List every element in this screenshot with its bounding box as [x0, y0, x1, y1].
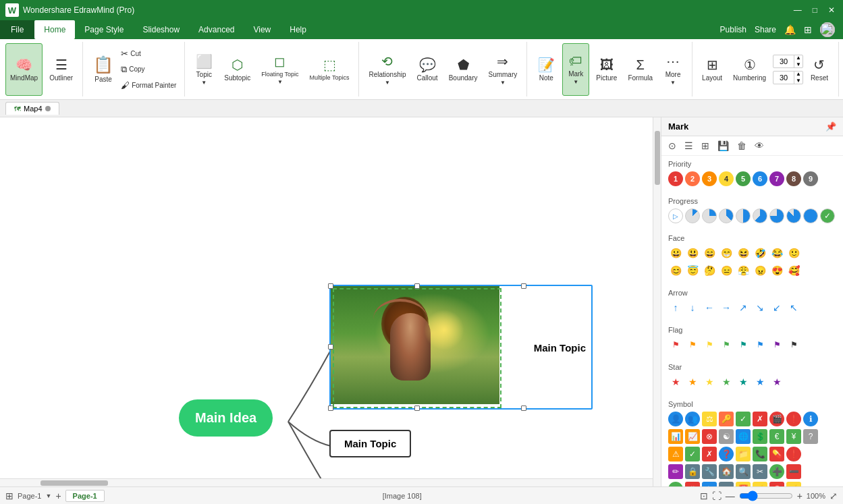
panel-lasso-button[interactable]: ⊙ — [665, 139, 679, 152]
sym-9[interactable]: ℹ — [803, 412, 818, 426]
fit-page-button[interactable]: ⊡ — [700, 491, 708, 501]
canvas[interactable]: Main Idea Main Topic — [0, 117, 661, 486]
horizontal-scrollbar[interactable] — [0, 478, 653, 486]
sym-32[interactable]: ✂ — [753, 464, 767, 479]
sym-1[interactable]: 👤 — [668, 412, 683, 426]
sym-27[interactable]: ✏ — [668, 464, 683, 479]
scrollbar-thumb[interactable] — [655, 131, 660, 185]
menu-file[interactable]: File — [0, 20, 34, 39]
restore-button[interactable]: □ — [810, 5, 820, 15]
topic-button[interactable]: ⬜ Topic ▼ — [190, 43, 217, 96]
note-button[interactable]: 📝 Note — [533, 43, 560, 96]
panel-list-button[interactable]: ☰ — [682, 139, 696, 152]
face-12[interactable]: 😑 — [719, 263, 734, 278]
h-scrollbar-thumb[interactable] — [40, 480, 108, 486]
progress-3[interactable] — [719, 208, 734, 223]
progress-1[interactable] — [685, 208, 700, 223]
progress-4[interactable] — [736, 208, 751, 223]
progress-2[interactable] — [702, 208, 717, 223]
vertical-scrollbar[interactable] — [653, 117, 661, 486]
notification-icon[interactable]: 🔔 — [784, 24, 796, 35]
progress-7[interactable] — [786, 208, 801, 223]
face-2[interactable]: 😃 — [685, 246, 700, 260]
menu-view[interactable]: View — [244, 20, 280, 39]
summary-button[interactable]: ⇒ Summary ▼ — [484, 43, 521, 96]
sym-5[interactable]: ✓ — [736, 412, 751, 426]
sym-30[interactable]: 🏠 — [719, 464, 734, 479]
sym-11[interactable]: 📈 — [685, 429, 700, 444]
star-orange[interactable]: ★ — [685, 374, 700, 389]
priority-5[interactable]: 5 — [736, 171, 751, 186]
picture-button[interactable]: 🖼 Picture — [592, 43, 621, 96]
progress-8[interactable] — [803, 208, 818, 223]
sym-29[interactable]: 🔧 — [702, 464, 717, 479]
sym-40[interactable]: ⚡ — [753, 482, 767, 486]
flag-green[interactable]: ⚑ — [719, 337, 734, 352]
sym-34[interactable]: ➖ — [786, 464, 801, 479]
sym-28[interactable]: 🔒 — [685, 464, 700, 479]
sym-21[interactable]: ✗ — [702, 447, 717, 461]
outliner-button[interactable]: ☰ Outliner — [45, 43, 77, 96]
mark-button[interactable]: 🏷 Mark ▼ — [562, 43, 589, 96]
star-purple[interactable]: ★ — [769, 374, 784, 389]
sym-31[interactable]: 🔍 — [736, 464, 751, 479]
sym-25[interactable]: 💊 — [769, 447, 784, 461]
expand-button[interactable]: ⤢ — [830, 491, 838, 501]
zoom-in-button[interactable]: + — [797, 491, 803, 501]
resize-handle-topleft[interactable] — [328, 283, 333, 289]
mindmap-button[interactable]: 🧠 MindMap — [5, 43, 43, 96]
height-input[interactable]: 30 — [773, 74, 794, 82]
flag-dark[interactable]: ⚑ — [786, 337, 801, 352]
sym-10[interactable]: 📊 — [668, 429, 683, 444]
sym-15[interactable]: 💲 — [753, 429, 767, 444]
height-down-button[interactable]: ▼ — [794, 78, 803, 84]
panel-pin-button[interactable]: 📌 — [825, 121, 836, 132]
flag-blue[interactable]: ⚑ — [753, 337, 767, 352]
formula-button[interactable]: Σ Formula — [624, 43, 657, 96]
paste-button[interactable]: 📋 Paste — [88, 43, 118, 96]
relationship-button[interactable]: ⟲ Relationship ▼ — [364, 43, 410, 96]
resize-handle-bottomleft[interactable] — [328, 405, 333, 411]
boundary-button[interactable]: ⬟ Boundary — [445, 43, 482, 96]
full-screen-button[interactable]: ⛶ — [712, 491, 722, 501]
resize-handle-bottom[interactable] — [414, 405, 420, 411]
publish-button[interactable]: Publish — [720, 25, 746, 34]
arrow-upleft[interactable]: ↖ — [786, 300, 801, 315]
sym-6[interactable]: ✗ — [753, 412, 767, 426]
star-blue[interactable]: ★ — [753, 374, 767, 389]
zoom-slider[interactable] — [739, 491, 793, 501]
face-5[interactable]: 😆 — [736, 246, 751, 260]
sym-38[interactable]: 🚗 — [719, 482, 734, 486]
menu-home[interactable]: Home — [34, 20, 75, 39]
flag-purple[interactable]: ⚑ — [769, 337, 784, 352]
resize-handle-bottomright[interactable] — [521, 405, 526, 411]
priority-2[interactable]: 2 — [685, 171, 700, 186]
sym-2[interactable]: 👥 — [685, 412, 700, 426]
page-dropdown-icon[interactable]: ▼ — [45, 493, 51, 499]
sym-14[interactable]: 🌐 — [736, 429, 751, 444]
width-spinner[interactable]: 30 ▲ ▼ — [773, 55, 803, 68]
face-7[interactable]: 😂 — [769, 246, 784, 260]
flag-orange[interactable]: ⚑ — [685, 337, 700, 352]
sym-24[interactable]: 📞 — [753, 447, 767, 461]
sym-13[interactable]: ☯ — [719, 429, 734, 444]
zoom-out-button[interactable]: — — [726, 491, 735, 501]
sym-26[interactable]: ❗ — [786, 447, 801, 461]
face-6[interactable]: 🤣 — [753, 246, 767, 260]
sym-19[interactable]: ⚠ — [668, 447, 683, 461]
menu-slideshow[interactable]: Slideshow — [133, 20, 189, 39]
resize-handle-topright[interactable] — [521, 283, 526, 289]
resize-handle-top[interactable] — [414, 283, 420, 289]
progress-6[interactable] — [769, 208, 784, 223]
star-green[interactable]: ★ — [719, 374, 734, 389]
current-page-tab[interactable]: Page-1 — [65, 490, 105, 502]
face-14[interactable]: 😠 — [753, 263, 767, 278]
priority-3[interactable]: 3 — [702, 171, 717, 186]
arrow-upright[interactable]: ↗ — [736, 300, 751, 315]
sym-35[interactable]: ▶ — [668, 482, 683, 486]
arrow-right[interactable]: → — [719, 300, 734, 315]
priority-6[interactable]: 6 — [753, 171, 767, 186]
numbering-button[interactable]: ① Numbering — [729, 43, 770, 96]
menu-help[interactable]: Help — [280, 20, 316, 39]
document-tab-map4[interactable]: 🗺 Map4 — [5, 102, 59, 115]
